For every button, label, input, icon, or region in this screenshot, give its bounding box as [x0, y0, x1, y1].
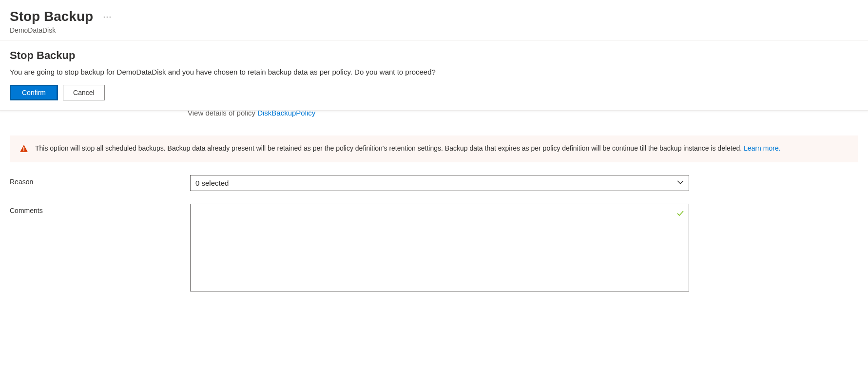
page-subtitle: DemoDataDisk [10, 26, 858, 34]
warning-icon [19, 144, 28, 155]
svg-rect-0 [23, 147, 24, 150]
reason-label: Reason [10, 175, 190, 186]
comments-textarea[interactable] [190, 204, 689, 291]
confirm-title: Stop Backup [10, 49, 858, 62]
more-icon[interactable]: ··· [103, 12, 112, 22]
warning-box: This option will stop all scheduled back… [10, 135, 858, 162]
page-header: Stop Backup ··· DemoDataDisk [0, 0, 868, 40]
reason-value: 0 selected [195, 179, 229, 187]
learn-more-link[interactable]: Learn more. [744, 144, 780, 152]
confirm-message: You are going to stop backup for DemoDat… [10, 68, 858, 76]
chevron-down-icon [677, 179, 684, 187]
reason-dropdown[interactable]: 0 selected [190, 175, 689, 191]
comments-label: Comments [10, 204, 190, 214]
confirm-panel: Stop Backup You are going to stop backup… [0, 40, 868, 111]
warning-text: This option will stop all scheduled back… [35, 144, 744, 152]
confirm-button[interactable]: Confirm [10, 85, 58, 100]
cancel-button[interactable]: Cancel [63, 85, 105, 100]
svg-rect-1 [23, 150, 24, 151]
page-title: Stop Backup [10, 9, 93, 24]
